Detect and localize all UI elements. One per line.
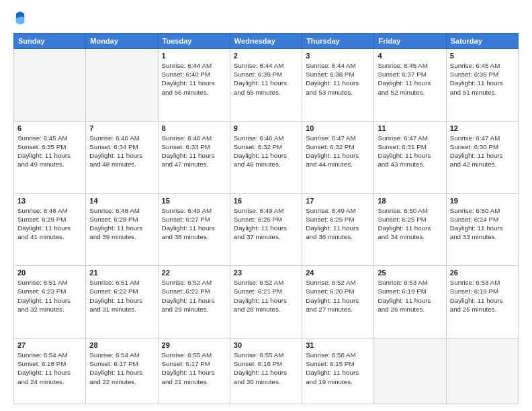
day-info: Sunrise: 6:55 AM Sunset: 6:16 PM Dayligh… — [234, 351, 298, 386]
day-of-week-wednesday: Wednesday — [230, 34, 302, 49]
day-info: Sunrise: 6:53 AM Sunset: 6:19 PM Dayligh… — [378, 278, 442, 314]
calendar-cell: 19Sunrise: 6:50 AM Sunset: 6:24 PM Dayli… — [446, 193, 518, 266]
calendar-cell: 2Sunrise: 6:44 AM Sunset: 6:39 PM Daylig… — [230, 49, 302, 122]
calendar-cell: 10Sunrise: 6:47 AM Sunset: 6:32 PM Dayli… — [302, 121, 374, 193]
day-of-week-saturday: Saturday — [446, 34, 518, 49]
day-info: Sunrise: 6:54 AM Sunset: 6:18 PM Dayligh… — [17, 351, 82, 386]
calendar-cell: 23Sunrise: 6:52 AM Sunset: 6:21 PM Dayli… — [230, 266, 302, 338]
day-info: Sunrise: 6:47 AM Sunset: 6:30 PM Dayligh… — [450, 134, 515, 169]
week-row-3: 13Sunrise: 6:48 AM Sunset: 6:29 PM Dayli… — [14, 193, 519, 266]
day-info: Sunrise: 6:54 AM Sunset: 6:17 PM Dayligh… — [89, 351, 154, 386]
calendar-cell: 28Sunrise: 6:54 AM Sunset: 6:17 PM Dayli… — [86, 338, 158, 404]
week-row-1: 1Sunrise: 6:44 AM Sunset: 6:40 PM Daylig… — [14, 49, 519, 122]
day-number: 25 — [378, 269, 442, 277]
calendar-cell: 16Sunrise: 6:49 AM Sunset: 6:26 PM Dayli… — [230, 193, 302, 266]
day-number: 24 — [306, 269, 370, 277]
day-info: Sunrise: 6:48 AM Sunset: 6:28 PM Dayligh… — [89, 206, 154, 242]
day-info: Sunrise: 6:47 AM Sunset: 6:32 PM Dayligh… — [306, 134, 370, 169]
calendar-cell: 11Sunrise: 6:47 AM Sunset: 6:31 PM Dayli… — [374, 121, 446, 193]
header — [13, 10, 519, 26]
day-info: Sunrise: 6:45 AM Sunset: 6:37 PM Dayligh… — [378, 61, 442, 97]
day-info: Sunrise: 6:51 AM Sunset: 6:22 PM Dayligh… — [89, 278, 154, 314]
calendar-cell: 21Sunrise: 6:51 AM Sunset: 6:22 PM Dayli… — [86, 266, 158, 338]
day-number: 20 — [17, 269, 82, 277]
day-info: Sunrise: 6:44 AM Sunset: 6:40 PM Dayligh… — [162, 61, 226, 97]
calendar-cell: 4Sunrise: 6:45 AM Sunset: 6:37 PM Daylig… — [374, 49, 446, 122]
day-number: 5 — [450, 52, 515, 60]
day-of-week-friday: Friday — [374, 34, 446, 49]
day-number: 2 — [234, 52, 298, 60]
day-info: Sunrise: 6:46 AM Sunset: 6:34 PM Dayligh… — [89, 134, 154, 169]
calendar-cell: 27Sunrise: 6:54 AM Sunset: 6:18 PM Dayli… — [14, 338, 86, 404]
day-info: Sunrise: 6:44 AM Sunset: 6:39 PM Dayligh… — [234, 61, 298, 97]
calendar-cell: 5Sunrise: 6:45 AM Sunset: 6:36 PM Daylig… — [446, 49, 518, 122]
calendar-cell: 14Sunrise: 6:48 AM Sunset: 6:28 PM Dayli… — [86, 193, 158, 266]
day-of-week-sunday: Sunday — [14, 34, 86, 49]
calendar-cell: 22Sunrise: 6:52 AM Sunset: 6:22 PM Dayli… — [158, 266, 230, 338]
day-number: 15 — [162, 197, 226, 205]
day-number: 17 — [306, 197, 370, 205]
day-number: 8 — [162, 124, 226, 132]
calendar-table: SundayMondayTuesdayWednesdayThursdayFrid… — [13, 33, 519, 404]
calendar-cell: 20Sunrise: 6:51 AM Sunset: 6:23 PM Dayli… — [14, 266, 86, 338]
week-row-4: 20Sunrise: 6:51 AM Sunset: 6:23 PM Dayli… — [14, 266, 519, 338]
day-info: Sunrise: 6:52 AM Sunset: 6:21 PM Dayligh… — [234, 278, 298, 314]
calendar-cell: 31Sunrise: 6:56 AM Sunset: 6:15 PM Dayli… — [302, 338, 374, 404]
day-number: 6 — [17, 124, 82, 132]
day-info: Sunrise: 6:50 AM Sunset: 6:24 PM Dayligh… — [450, 206, 515, 242]
calendar-cell — [374, 338, 446, 404]
day-number: 23 — [234, 269, 298, 277]
calendar-cell — [86, 49, 158, 122]
day-info: Sunrise: 6:49 AM Sunset: 6:27 PM Dayligh… — [162, 206, 226, 242]
day-number: 16 — [234, 197, 298, 205]
week-row-5: 27Sunrise: 6:54 AM Sunset: 6:18 PM Dayli… — [14, 338, 519, 404]
day-info: Sunrise: 6:47 AM Sunset: 6:31 PM Dayligh… — [378, 134, 442, 169]
day-number: 31 — [306, 341, 370, 349]
calendar-cell: 25Sunrise: 6:53 AM Sunset: 6:19 PM Dayli… — [374, 266, 446, 338]
day-info: Sunrise: 6:52 AM Sunset: 6:22 PM Dayligh… — [162, 278, 226, 314]
calendar-body: 1Sunrise: 6:44 AM Sunset: 6:40 PM Daylig… — [14, 49, 519, 404]
day-info: Sunrise: 6:46 AM Sunset: 6:33 PM Dayligh… — [162, 134, 226, 169]
day-of-week-tuesday: Tuesday — [158, 34, 230, 49]
day-info: Sunrise: 6:44 AM Sunset: 6:38 PM Dayligh… — [306, 61, 370, 97]
day-info: Sunrise: 6:55 AM Sunset: 6:17 PM Dayligh… — [162, 351, 226, 386]
day-number: 19 — [450, 197, 515, 205]
calendar-cell: 17Sunrise: 6:49 AM Sunset: 6:25 PM Dayli… — [302, 193, 374, 266]
day-info: Sunrise: 6:49 AM Sunset: 6:25 PM Dayligh… — [306, 206, 370, 242]
day-number: 26 — [450, 269, 515, 277]
calendar-cell: 3Sunrise: 6:44 AM Sunset: 6:38 PM Daylig… — [302, 49, 374, 122]
calendar-cell: 8Sunrise: 6:46 AM Sunset: 6:33 PM Daylig… — [158, 121, 230, 193]
calendar-cell: 29Sunrise: 6:55 AM Sunset: 6:17 PM Dayli… — [158, 338, 230, 404]
day-number: 11 — [378, 124, 442, 132]
day-number: 9 — [234, 124, 298, 132]
calendar-cell: 30Sunrise: 6:55 AM Sunset: 6:16 PM Dayli… — [230, 338, 302, 404]
calendar-cell: 18Sunrise: 6:50 AM Sunset: 6:25 PM Dayli… — [374, 193, 446, 266]
calendar-cell: 9Sunrise: 6:46 AM Sunset: 6:32 PM Daylig… — [230, 121, 302, 193]
calendar-cell — [14, 49, 86, 122]
day-of-week-monday: Monday — [86, 34, 158, 49]
day-number: 30 — [234, 341, 298, 349]
calendar-cell: 6Sunrise: 6:45 AM Sunset: 6:35 PM Daylig… — [14, 121, 86, 193]
day-info: Sunrise: 6:56 AM Sunset: 6:15 PM Dayligh… — [306, 351, 370, 386]
calendar-cell: 24Sunrise: 6:52 AM Sunset: 6:20 PM Dayli… — [302, 266, 374, 338]
calendar-header: SundayMondayTuesdayWednesdayThursdayFrid… — [14, 34, 519, 49]
calendar-cell: 13Sunrise: 6:48 AM Sunset: 6:29 PM Dayli… — [14, 193, 86, 266]
day-number: 27 — [17, 341, 82, 349]
day-number: 1 — [162, 52, 226, 60]
logo — [13, 10, 30, 26]
day-of-week-thursday: Thursday — [302, 34, 374, 49]
day-number: 22 — [162, 269, 226, 277]
day-info: Sunrise: 6:51 AM Sunset: 6:23 PM Dayligh… — [17, 278, 82, 314]
day-number: 18 — [378, 197, 442, 205]
day-info: Sunrise: 6:48 AM Sunset: 6:29 PM Dayligh… — [17, 206, 82, 242]
calendar-cell: 7Sunrise: 6:46 AM Sunset: 6:34 PM Daylig… — [86, 121, 158, 193]
day-info: Sunrise: 6:45 AM Sunset: 6:35 PM Dayligh… — [17, 134, 82, 169]
day-number: 4 — [378, 52, 442, 60]
day-number: 12 — [450, 124, 515, 132]
day-info: Sunrise: 6:52 AM Sunset: 6:20 PM Dayligh… — [306, 278, 370, 314]
page: SundayMondayTuesdayWednesdayThursdayFrid… — [0, 0, 532, 411]
day-number: 14 — [89, 197, 154, 205]
day-info: Sunrise: 6:45 AM Sunset: 6:36 PM Dayligh… — [450, 61, 515, 97]
day-info: Sunrise: 6:49 AM Sunset: 6:26 PM Dayligh… — [234, 206, 298, 242]
header-row: SundayMondayTuesdayWednesdayThursdayFrid… — [14, 34, 519, 49]
